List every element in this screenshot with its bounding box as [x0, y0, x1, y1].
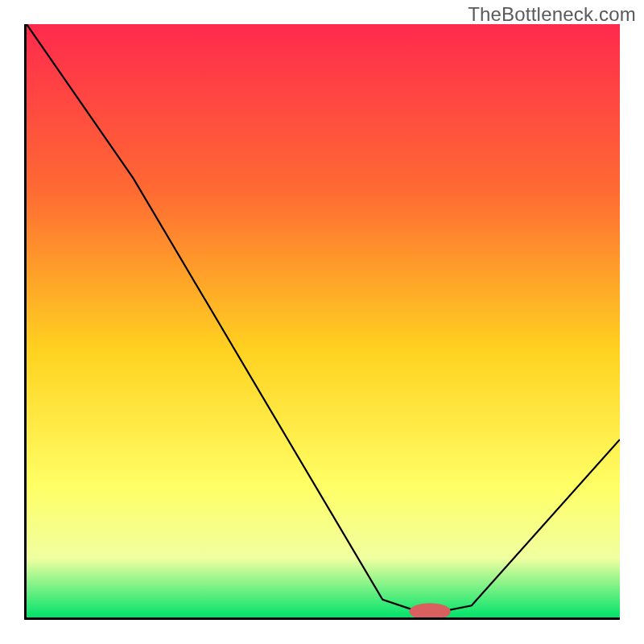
chart-plot-area — [24, 24, 620, 620]
chart-svg — [27, 24, 620, 617]
watermark-text: TheBottleneck.com — [468, 3, 636, 26]
background-rect — [27, 24, 620, 617]
